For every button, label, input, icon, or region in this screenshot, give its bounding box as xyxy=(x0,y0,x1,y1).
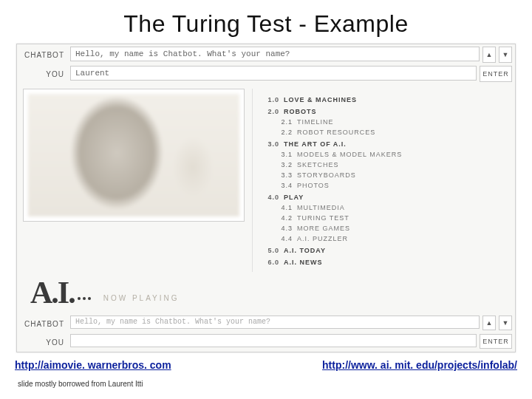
scroll-up-button[interactable]: ▲ xyxy=(482,47,496,63)
menu-subitem[interactable]: 4.3MORE GAMES xyxy=(263,223,506,233)
chat-panel-bottom: CHATBOT Hello, my name is Chatbot. What'… xyxy=(17,313,515,352)
screenshot-panel: CHATBOT Hello, my name is Chatbot. What'… xyxy=(16,44,516,352)
user-input[interactable]: Laurent xyxy=(70,66,477,81)
menu-subitem[interactable]: 3.1MODELS & MODEL MAKERS xyxy=(263,149,506,160)
menu-subitem[interactable]: 3.2SKETCHES xyxy=(263,160,506,170)
menu-subitem[interactable]: 4.1MULTIMEDIA xyxy=(263,202,506,213)
divider xyxy=(252,89,253,272)
menu-subitem[interactable]: 2.2ROBOT RESOURCES xyxy=(263,127,506,137)
scroll-up-button-bottom[interactable]: ▲ xyxy=(482,316,496,330)
menu-section[interactable]: 6.0A.I. NEWS xyxy=(263,257,506,267)
scroll-down-button[interactable]: ▼ xyxy=(499,47,512,63)
user-input-bottom[interactable] xyxy=(70,334,477,347)
now-playing-label: NOW PLAYING xyxy=(103,294,180,303)
chatbot-label-bottom: CHATBOT xyxy=(20,316,67,331)
video-still xyxy=(23,89,245,222)
menu-subitem[interactable]: 3.3STORYBOARDS xyxy=(263,170,506,180)
menu-subitem[interactable]: 4.2TURING TEST xyxy=(263,213,506,223)
chatbot-label: CHATBOT xyxy=(20,47,67,63)
you-label: YOU xyxy=(20,66,67,82)
menu-section[interactable]: 2.0ROBOTS xyxy=(263,106,506,117)
link-aimovie[interactable]: http://aimovie. warnerbros. com xyxy=(15,359,171,371)
menu-section[interactable]: 5.0A.I. TODAY xyxy=(263,245,506,256)
site-menu: 1.0LOVE & MACHINES2.0ROBOTS2.1TIMELINE2.… xyxy=(260,89,509,272)
you-label-bottom: YOU xyxy=(20,334,67,349)
menu-section[interactable]: 1.0LOVE & MACHINES xyxy=(263,95,506,105)
menu-subitem[interactable]: 4.4A.I. PUZZLER xyxy=(263,233,506,244)
menu-subitem[interactable]: 2.1TIMELINE xyxy=(263,117,506,127)
link-mit-infolab[interactable]: http://www. ai. mit. edu/projects/infola… xyxy=(322,359,517,371)
chatbot-output-bottom: Hello, my name is Chatbot. What's your n… xyxy=(70,316,480,329)
enter-button-bottom[interactable]: ENTER xyxy=(480,334,512,349)
menu-section[interactable]: 3.0THE ART OF A.I. xyxy=(263,139,506,149)
menu-subitem[interactable]: 3.4PHOTOS xyxy=(263,180,506,191)
chatbot-output: Hello, my name is Chatbot. What's your n… xyxy=(70,47,480,61)
slide-title: The Turing Test - Example xyxy=(0,0,532,44)
chat-panel-top: CHATBOT Hello, my name is Chatbot. What'… xyxy=(17,44,515,84)
enter-button[interactable]: ENTER xyxy=(480,66,512,82)
scroll-down-button-bottom[interactable]: ▼ xyxy=(499,316,512,330)
ai-logo: A.I. xyxy=(30,278,93,307)
slide-credit: slide mostly borrowed from Laurent Itti xyxy=(18,380,143,389)
menu-section[interactable]: 4.0PLAY xyxy=(263,192,506,202)
